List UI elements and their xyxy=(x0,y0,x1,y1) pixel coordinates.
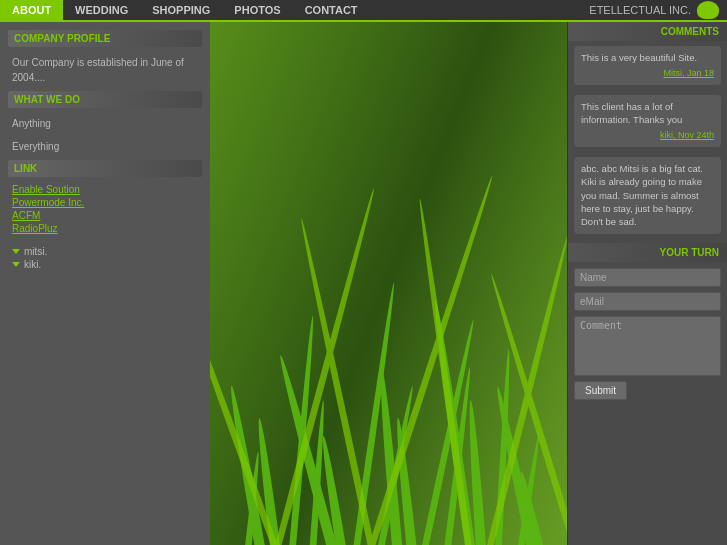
left-content-panel: COMPANY PROFILE Our Company is establish… xyxy=(0,22,210,545)
nav-item-wedding[interactable]: WEDDING xyxy=(63,0,140,20)
nav-item-about[interactable]: ABOUT xyxy=(0,0,63,20)
nav-left: ABOUT WEDDING SHOPPING PHOTOS CONTACT xyxy=(0,0,370,20)
online-user-label-0: mitsi. xyxy=(24,246,47,257)
link-item-0[interactable]: Enable Soution xyxy=(8,183,202,196)
submit-button[interactable]: Submit xyxy=(574,381,627,400)
nav-item-photos[interactable]: PHOTOS xyxy=(222,0,292,20)
comment-bubble-1: This client has a lot of information. Th… xyxy=(574,95,721,147)
online-dot-icon xyxy=(12,249,20,254)
link-item-2[interactable]: ACFM xyxy=(8,209,202,222)
comment-author-link-0[interactable]: Mitsi, Jan 18 xyxy=(663,68,714,78)
online-section: mitsi. kiki. xyxy=(8,245,202,271)
your-turn-header: YOUR TURN xyxy=(568,243,727,262)
brand-label: ETELLECTUAL INC. xyxy=(589,4,691,16)
link-item-1[interactable]: Powermode Inc. xyxy=(8,196,202,209)
comment-text-2: abc. abc Mitsi is a big fat cat. Kiki is… xyxy=(581,163,703,227)
comment-text-1: This client has a lot of information. Th… xyxy=(581,101,682,125)
online-user-0: mitsi. xyxy=(8,245,202,258)
brand-logo-icon xyxy=(697,1,719,19)
comment-author-link-1[interactable]: kiki, Nov 24th xyxy=(660,130,714,140)
nav-item-contact[interactable]: CONTACT xyxy=(293,0,370,20)
comment-bubble-0: This is a very beautiful Site. Mitsi, Ja… xyxy=(574,46,721,85)
comment-author-1: kiki, Nov 24th xyxy=(581,129,714,142)
online-user-1: kiki. xyxy=(8,258,202,271)
email-input[interactable] xyxy=(574,292,721,311)
online-user-label-1: kiki. xyxy=(24,259,41,270)
right-comments-panel: COMMENTS This is a very beautiful Site. … xyxy=(567,22,727,545)
online-dot-icon-1 xyxy=(12,262,20,267)
company-profile-header: COMPANY PROFILE xyxy=(8,30,202,47)
comment-author-0: Mitsi, Jan 18 xyxy=(581,67,714,80)
what-we-do-item-1: Everything xyxy=(8,137,202,156)
comment-textarea[interactable] xyxy=(574,316,721,376)
comment-text-0: This is a very beautiful Site. xyxy=(581,52,697,63)
link-item-3[interactable]: RadioPluz xyxy=(8,222,202,235)
link-header: LINK xyxy=(8,160,202,177)
name-input[interactable] xyxy=(574,268,721,287)
comments-header: COMMENTS xyxy=(568,22,727,41)
comment-form: Submit xyxy=(568,262,727,406)
top-navigation: ABOUT WEDDING SHOPPING PHOTOS CONTACT ET… xyxy=(0,0,727,22)
what-we-do-header: WHAT WE DO xyxy=(8,91,202,108)
center-image xyxy=(210,22,567,545)
main-layout: COMPANY PROFILE Our Company is establish… xyxy=(0,22,727,545)
comment-bubble-2: abc. abc Mitsi is a big fat cat. Kiki is… xyxy=(574,157,721,233)
nav-item-shopping[interactable]: SHOPPING xyxy=(140,0,222,20)
nav-right: ETELLECTUAL INC. xyxy=(589,1,727,19)
company-profile-text: Our Company is established in June of 20… xyxy=(8,53,202,87)
what-we-do-item-0: Anything xyxy=(8,114,202,133)
